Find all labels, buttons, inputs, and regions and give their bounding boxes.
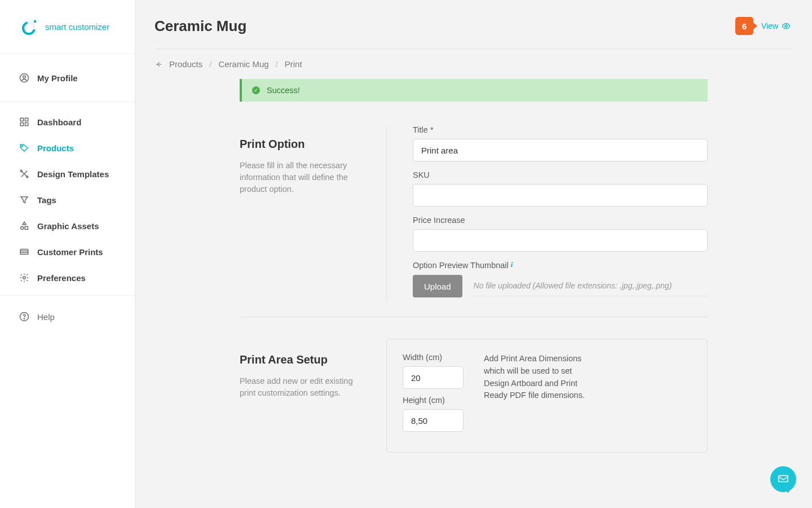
section-print-option: Print Option Please fill in all the nece… (240, 125, 708, 301)
sidebar-item-design-templates[interactable]: Design Templates (0, 161, 135, 187)
breadcrumb-separator: / (276, 59, 278, 69)
alert-success: ✓ Success! (240, 79, 708, 102)
svg-rect-13 (20, 249, 28, 255)
title-input[interactable] (413, 139, 708, 161)
sidebar-item-label: Customer Prints (37, 247, 103, 257)
sidebar-item-my-profile[interactable]: My Profile (0, 54, 135, 102)
svg-rect-4 (20, 118, 23, 121)
funnel-icon (19, 195, 29, 205)
width-label: Width (cm) (403, 353, 464, 362)
sidebar-item-label: Graphic Assets (37, 221, 99, 231)
prints-icon (19, 247, 29, 257)
price-label: Price Increase (413, 216, 708, 225)
sidebar-item-graphic-assets[interactable]: Graphic Assets (0, 213, 135, 239)
section-print-area: Print Area Setup Please add new or edit … (240, 339, 708, 453)
sidebar-item-tags[interactable]: Tags (0, 187, 135, 213)
section-divider (240, 317, 708, 317)
svg-point-18 (24, 318, 24, 319)
svg-point-11 (21, 226, 24, 229)
thumbnail-label: Option Preview Thumbnaili (413, 261, 708, 270)
svg-rect-5 (25, 118, 28, 121)
brand-mark-icon (20, 18, 38, 36)
view-link[interactable]: View (761, 21, 791, 30)
brand-name: smart customizer (45, 22, 109, 32)
svg-rect-20 (779, 475, 788, 481)
main-content: Ceramic Mug 6 View Products / Ceramic Mu… (135, 0, 812, 508)
tag-icon (19, 143, 29, 153)
print-area-hint: Add Print Area Dimensions which will be … (484, 353, 585, 439)
page-title: Ceramic Mug (155, 17, 246, 35)
breadcrumb-current: Print (285, 59, 302, 69)
price-increase-input[interactable] (413, 229, 708, 252)
sidebar-item-dashboard[interactable]: Dashboard (0, 109, 135, 135)
height-input[interactable] (403, 409, 464, 432)
svg-point-3 (23, 76, 26, 78)
title-label: Title * (413, 125, 708, 134)
back-icon[interactable] (155, 60, 162, 68)
section-heading: Print Area Setup (240, 353, 366, 366)
design-icon (19, 169, 29, 179)
svg-point-8 (21, 146, 23, 147)
svg-point-19 (785, 25, 787, 27)
shapes-icon (19, 221, 29, 231)
svg-rect-12 (25, 226, 28, 229)
sidebar-item-label: Help (37, 312, 55, 322)
sidebar-item-label: My Profile (37, 73, 78, 83)
info-icon[interactable]: i (511, 260, 513, 269)
sidebar-item-customer-prints[interactable]: Customer Prints (0, 239, 135, 265)
view-label: View (761, 21, 778, 30)
help-icon (19, 312, 29, 322)
upload-meta-text: No file uploaded (Allowed file extension… (474, 277, 708, 296)
section-heading: Print Option (240, 138, 366, 151)
sidebar-item-label: Products (37, 143, 74, 153)
sidebar-item-label: Dashboard (37, 117, 81, 127)
sidebar-item-label: Design Templates (37, 169, 109, 179)
credits-badge[interactable]: 6 (735, 17, 753, 35)
brand-logo[interactable]: smart customizer (0, 0, 135, 54)
chat-button[interactable] (770, 466, 796, 492)
section-description: Please add new or edit existing print cu… (240, 375, 366, 399)
sidebar-item-label: Tags (37, 195, 56, 205)
user-icon (19, 73, 29, 83)
dashboard-icon (19, 117, 29, 127)
width-input[interactable] (403, 366, 464, 389)
breadcrumb: Products / Ceramic Mug / Print (135, 49, 812, 79)
sidebar-item-help[interactable]: Help (0, 296, 135, 334)
sidebar: smart customizer My Profile Dashboard Pr… (0, 0, 135, 508)
upload-button[interactable]: Upload (413, 275, 462, 297)
svg-point-1 (34, 20, 37, 23)
eye-icon (782, 21, 791, 30)
credits-count: 6 (742, 21, 747, 31)
height-label: Height (cm) (403, 396, 464, 405)
sku-label: SKU (413, 170, 708, 179)
alert-text: Success! (267, 86, 300, 95)
svg-rect-7 (25, 123, 28, 126)
breadcrumb-products[interactable]: Products (169, 59, 202, 69)
svg-rect-6 (20, 123, 23, 126)
mail-icon (777, 472, 789, 487)
section-description: Please fill in all the necessary informa… (240, 160, 366, 195)
check-icon: ✓ (252, 86, 260, 94)
sku-input[interactable] (413, 184, 708, 207)
breadcrumb-product[interactable]: Ceramic Mug (218, 59, 268, 69)
gear-icon (19, 273, 29, 283)
page-header: Ceramic Mug 6 View (135, 0, 812, 49)
sidebar-item-preferences[interactable]: Preferences (0, 265, 135, 291)
print-area-box: Width (cm) Height (cm) Add Print Area Di… (386, 339, 708, 453)
sidebar-item-label: Preferences (37, 273, 86, 283)
svg-point-16 (23, 277, 26, 279)
sidebar-item-products[interactable]: Products (0, 135, 135, 161)
breadcrumb-separator: / (209, 59, 211, 69)
